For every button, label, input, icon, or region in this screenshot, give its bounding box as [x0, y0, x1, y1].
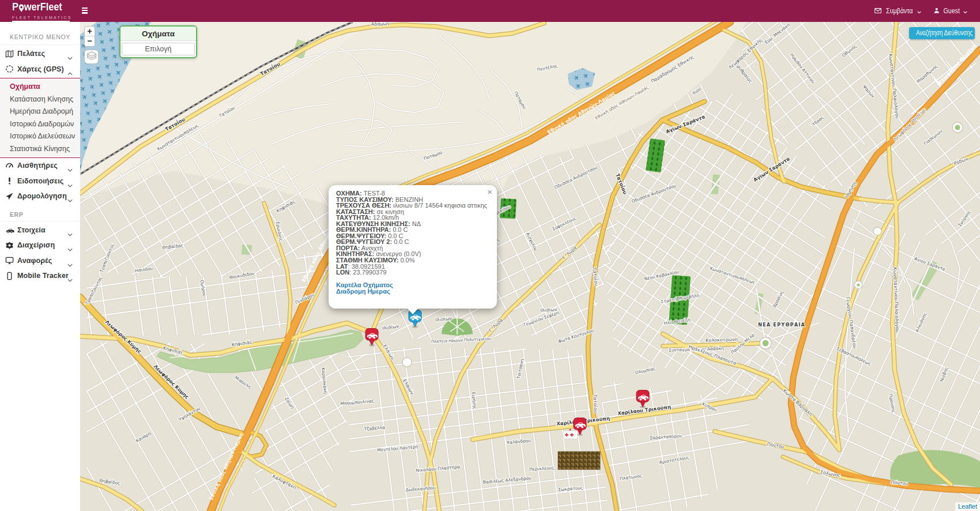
- map[interactable]: ΤατοΐουΤατοΐουΤατοΐουΚωνσταντινουπόλεωςΑ…: [80, 22, 980, 511]
- user-label: Guest: [943, 7, 959, 15]
- chevron-down-icon: [67, 228, 73, 239]
- popup-tip: [407, 308, 419, 314]
- sidebar-subitem-active[interactable]: Οχήματα: [0, 81, 80, 93]
- brand-logo[interactable]: PwerFleet FLEET TELEMATICS: [12, 2, 72, 22]
- sidebar-subitem-label: Ιστορικό Διαδρομών: [10, 120, 74, 128]
- sidebar-item[interactable]: Δρομολόγηση: [0, 189, 80, 204]
- popup-field-value: : 23.7990379: [349, 269, 386, 276]
- sidebar-subitem-label: Κατάσταση Κίνησης: [10, 95, 73, 103]
- leaflet-link[interactable]: Leaflet: [958, 503, 977, 510]
- vehicles-panel-title: Οχήματα: [120, 27, 196, 41]
- user-icon: [934, 7, 940, 15]
- brand-text-rest: werFleet: [24, 2, 62, 12]
- popup-close-icon[interactable]: ×: [487, 188, 492, 196]
- top-bar: PwerFleet FLEET TELEMATICS PowerFleet Συ…: [0, 0, 980, 22]
- sidebar-subitem[interactable]: Κατάσταση Κίνησης: [0, 93, 80, 106]
- chevron-down-icon: [67, 179, 73, 190]
- chevron-down-icon: [67, 259, 73, 269]
- sidebar-subitem[interactable]: Στατιστικά Κίνησης: [0, 143, 80, 156]
- erp-section-header: ERP: [0, 204, 80, 221]
- vehicle-popup: × ΟΧΗΜΑ: TEST-8ΤΥΠΟΣ ΚΑΥΣΙΜΟΥ: ΒΕΝΖΙΝΗΤΡ…: [329, 185, 497, 314]
- map-icon: [5, 50, 17, 58]
- smartphone-icon: [5, 272, 17, 280]
- sidebar-item-label: Στοιχεία: [17, 226, 46, 234]
- car-icon: [5, 226, 17, 234]
- sidebar-item[interactable]: Χάρτες (GPS): [0, 62, 80, 77]
- events-label: Συμβάντα: [886, 7, 913, 15]
- layers-icon: [86, 51, 97, 62]
- sidebar-item-label: Αναφορές: [17, 257, 52, 265]
- vehicle-select-button[interactable]: Επιλογή: [122, 43, 195, 55]
- layers-control[interactable]: [84, 50, 99, 64]
- sidebar: ΚΕΝΤΡΙΚΟ ΜΕΝΟΥ Πελάτες Χάρτες (GPS) Οχήμ…: [0, 22, 80, 511]
- brand-subtitle: FLEET TELEMATICS: [12, 16, 72, 20]
- popup-field-value: ΝΔ: [410, 220, 421, 227]
- popup-field-value: 0.0%: [398, 257, 414, 264]
- sidebar-item[interactable]: Ειδοποιήσεις: [0, 174, 80, 189]
- location-pin-icon: [18, 4, 24, 14]
- chevron-down-icon: [67, 164, 73, 174]
- chevron-down-icon: [917, 7, 921, 15]
- sidebar-subitem[interactable]: Ιστορικό Διελεύσεων: [0, 130, 80, 143]
- brand-text-p: P: [12, 2, 18, 12]
- envelope-icon: [875, 7, 881, 15]
- hamburger-menu-icon[interactable]: [82, 7, 88, 15]
- popup-field-label: LON: [336, 269, 349, 276]
- military-brown-area: [558, 452, 600, 469]
- chevron-up-icon: [67, 67, 73, 78]
- zoom-in-button[interactable]: +: [85, 27, 95, 36]
- zoom-control: + −: [84, 26, 95, 47]
- menu-section-header: ΚΕΝΤΡΙΚΟ ΜΕΝΟΥ: [0, 22, 80, 45]
- brand-underline: [12, 21, 70, 22]
- chevron-down-icon: [963, 7, 967, 15]
- sidebar-subitem[interactable]: Ημερήσια Διαδρομή: [0, 106, 80, 118]
- street-label: Κολοκοτρώνη: [706, 336, 738, 343]
- map-canvas: ΤατοΐουΤατοΐουΤατοΐουΚωνσταντινουπόλεωςΑ…: [80, 22, 980, 511]
- sidebar-item-label: Mobile Tracker: [17, 272, 69, 280]
- place-label-nea-erythraia: ΝΕΑ ΕΡΥΘΡΑΙΑ: [758, 322, 805, 328]
- popup-field-value: ιλισιων 8/7 14564 κηφισια αττικης: [391, 202, 487, 209]
- chevron-down-icon: [67, 52, 73, 62]
- sidebar-item[interactable]: Mobile Tracker: [0, 268, 80, 284]
- sidebar-item-label: Αισθητήρες: [17, 161, 58, 170]
- sidebar-item-label: Χάρτες (GPS): [17, 65, 64, 73]
- chevron-down-icon: [67, 274, 73, 284]
- map-attribution: Leaflet: [955, 502, 980, 511]
- sidebar-subitem-label: Ιστορικό Διελεύσεων: [10, 132, 75, 140]
- address-search-button[interactable]: Αναζήτηση Διεύθυνσης: [909, 27, 975, 39]
- sidebar-item-label: Διαχείριση: [17, 241, 55, 249]
- user-menu[interactable]: Guest: [934, 7, 967, 15]
- sidebar-item[interactable]: Αναφορές: [0, 253, 80, 269]
- sidebar-item-label: Δρομολόγηση: [17, 192, 67, 200]
- chevron-down-icon: [67, 194, 73, 205]
- exclamation-icon: [5, 176, 17, 185]
- sidebar-subitem-label: Ημερήσια Διαδρομή: [10, 107, 73, 115]
- sidebar-item[interactable]: Στοιχεία: [0, 223, 80, 238]
- gauge-icon: [5, 161, 17, 170]
- sidebar-subitem-label: Στατιστικά Κίνησης: [10, 145, 70, 153]
- chevron-down-icon: [67, 243, 73, 254]
- popup-field-row: LON: 23.7990379: [336, 269, 486, 276]
- sidebar-item-label: Πελάτες: [17, 50, 45, 58]
- navigation-arrow-icon: [5, 192, 17, 201]
- events-menu[interactable]: Συμβάντα: [875, 7, 921, 15]
- sidebar-subitem-label: Οχήματα: [10, 82, 40, 91]
- sidebar-item[interactable]: Διαχείριση: [0, 238, 80, 253]
- sidebar-item-label: Ειδοποιήσεις: [17, 177, 63, 185]
- maps-submenu: Οχήματα Κατάσταση Κίνησης Ημερήσια Διαδρ…: [0, 78, 80, 158]
- zoom-out-button[interactable]: −: [85, 36, 95, 46]
- popup-field-value: 0.0 C: [392, 238, 409, 245]
- monitor-icon: [5, 256, 17, 265]
- popup-link[interactable]: Διαδρομη Ημερας: [336, 288, 486, 295]
- sidebar-item[interactable]: Αισθητήρες: [0, 158, 80, 174]
- sidebar-item[interactable]: Πελάτες: [0, 46, 80, 62]
- vehicles-panel: Οχήματα Επιλογή: [119, 25, 197, 58]
- sidebar-subitem[interactable]: Ιστορικό Διαδρομών: [0, 118, 80, 131]
- gps-circle-icon: [5, 65, 17, 73]
- gear-icon: [5, 241, 17, 250]
